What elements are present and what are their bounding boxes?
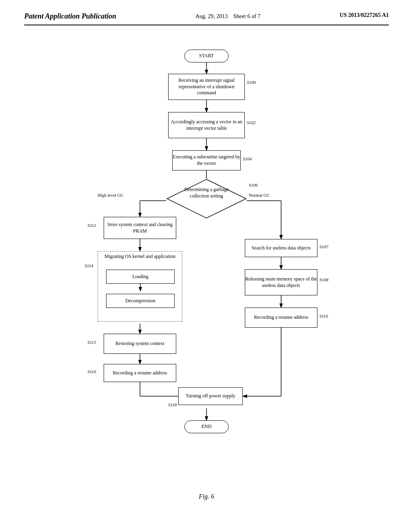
high-gc-label: High level GC bbox=[98, 193, 123, 197]
s102-text: Accordingly accessing a vector in an int… bbox=[169, 119, 244, 131]
decomp-text: Decompression bbox=[125, 298, 156, 304]
migrate-text: Migrating OS kernel and application bbox=[104, 254, 175, 259]
s104-box: Executing a subroutine targeted by the v… bbox=[172, 150, 241, 170]
s112-text: Store system context and clearing PRAM bbox=[104, 222, 176, 234]
s106-diamond: Determining a garbage collection setting bbox=[166, 179, 247, 219]
figure-label: Fig. 6 bbox=[199, 493, 214, 500]
end-label: END bbox=[202, 424, 212, 430]
s102-box: Accordingly accessing a vector in an int… bbox=[168, 112, 245, 138]
header-sheet: Sheet 6 of 7 bbox=[234, 13, 261, 19]
loading-text: Loading bbox=[132, 274, 148, 280]
s116-text: Recording a resume address bbox=[113, 370, 167, 376]
s114-label: S114 bbox=[85, 263, 93, 268]
normal-gc-label: Normal GC bbox=[249, 193, 270, 197]
s115-label: S115 bbox=[88, 340, 96, 345]
publication-title: Patent Application Publication bbox=[24, 12, 116, 21]
s112-box: Store system context and clearing PRAM bbox=[104, 217, 176, 239]
s100-label: S100 bbox=[247, 80, 256, 85]
patent-number: US 2013/0227265 A1 bbox=[340, 12, 389, 19]
s107-label: S107 bbox=[319, 244, 328, 249]
s108-text: Releasing main memory space of the usele… bbox=[245, 276, 317, 289]
s115-box: Restoring system context bbox=[104, 334, 176, 354]
s118-label: S118 bbox=[168, 402, 177, 407]
s108-box: Releasing main memory space of the usele… bbox=[245, 269, 317, 295]
s107-box: Search for useless data objects bbox=[245, 239, 317, 257]
s116-label: S116 bbox=[88, 369, 96, 374]
s104-label: S104 bbox=[243, 156, 252, 161]
s116-box: Recording a resume address bbox=[104, 364, 176, 382]
migrate-outer-box: Migrating OS kernel and application Load… bbox=[98, 251, 182, 322]
decomp-box: Decompression bbox=[106, 294, 175, 308]
s110-text: Recording a resume address bbox=[254, 314, 309, 321]
s110-label: S110 bbox=[319, 314, 328, 318]
s106-text: Determining a garbage collection setting bbox=[184, 187, 229, 199]
s112-label: S112 bbox=[88, 223, 96, 228]
s106-label: S106 bbox=[249, 183, 258, 187]
s115-text: Restoring system context bbox=[115, 341, 164, 347]
s107-text: Search for useless data objects bbox=[252, 245, 311, 251]
s104-text: Executing a subroutine targeted by the v… bbox=[173, 154, 240, 166]
s102-label: S102 bbox=[247, 120, 256, 125]
header-date: Aug. 29, 2013 bbox=[195, 13, 227, 19]
power-box: Turning off power supply bbox=[178, 387, 243, 405]
diagram-area: START Receiving an interrupt signal repr… bbox=[24, 37, 389, 500]
s100-box: Receiving an interrupt signal representa… bbox=[168, 74, 245, 100]
start-node: START bbox=[184, 50, 229, 62]
s108-label: S108 bbox=[319, 277, 328, 282]
flowchart: START Receiving an interrupt signal repr… bbox=[65, 42, 348, 485]
s110-box: Recording a resume address bbox=[245, 308, 317, 328]
header-date-sheet: Aug. 29, 2013 Sheet 6 of 7 bbox=[195, 12, 260, 21]
end-node: END bbox=[184, 420, 229, 433]
power-text: Turning off power supply bbox=[186, 393, 235, 399]
loading-box: Loading bbox=[106, 270, 175, 284]
page: Patent Application Publication Aug. 29, … bbox=[0, 0, 413, 532]
s100-text: Receiving an interrupt signal representa… bbox=[169, 77, 244, 96]
start-label: START bbox=[199, 53, 214, 59]
header: Patent Application Publication Aug. 29, … bbox=[24, 12, 389, 25]
